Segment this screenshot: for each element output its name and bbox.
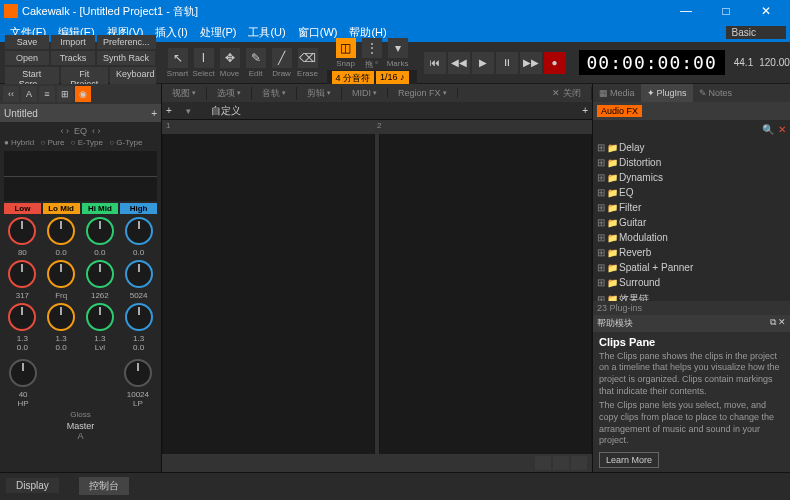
tab-notes[interactable]: ✎ Notes	[693, 84, 739, 102]
eq-mode-etype[interactable]: ○ E-Type	[71, 138, 103, 147]
audiofx-badge[interactable]: Audio FX	[597, 105, 642, 117]
timecode-display[interactable]: 00:00:00:00	[579, 50, 725, 75]
fx-category[interactable]: ⊞📁Filter	[597, 200, 786, 215]
bpm-value[interactable]: 120.00	[759, 57, 790, 68]
add-track-icon[interactable]: +	[151, 108, 157, 119]
fx-category[interactable]: ⊞📁Spatial + Panner	[597, 260, 786, 275]
help-close-icon[interactable]: ✕	[778, 317, 786, 330]
save-button[interactable]: Save	[5, 35, 49, 49]
tab-plugins[interactable]: ✦ PlugIns	[641, 84, 693, 102]
fx-category[interactable]: ⊞📁Delay	[597, 140, 786, 155]
sample-rate[interactable]: 44.1	[734, 57, 753, 68]
snap-toggle[interactable]: ◫Snap	[333, 38, 359, 70]
import-button[interactable]: Import	[51, 35, 95, 49]
fx-category[interactable]: ⊞📁Modulation	[597, 230, 786, 245]
workspace-select[interactable]: Basic	[726, 26, 786, 39]
console-button[interactable]: 控制台	[79, 477, 129, 495]
tool-select[interactable]: ISelect	[191, 48, 217, 78]
fx-category[interactable]: ⊞📁Surround	[597, 275, 786, 290]
gain-knob[interactable]	[8, 217, 36, 245]
menu-tools[interactable]: 工具(U)	[242, 25, 291, 40]
gain-knob[interactable]	[125, 217, 153, 245]
zoom-fit-icon[interactable]	[571, 456, 587, 470]
help-pin-icon[interactable]: ⧉	[770, 317, 776, 330]
splitter[interactable]	[375, 134, 379, 454]
maximize-button[interactable]: □	[706, 4, 746, 18]
freq-knob[interactable]	[8, 260, 36, 288]
track-name[interactable]: Untitled	[4, 108, 38, 119]
record-button[interactable]: ●	[544, 52, 566, 74]
custom-dropdown[interactable]: 自定义	[211, 104, 241, 118]
tool-draw[interactable]: ╱Draw	[269, 48, 295, 78]
add-right-icon[interactable]: +	[582, 105, 588, 116]
tracks-button[interactable]: Tracks	[51, 51, 95, 65]
fx-category[interactable]: ⊞📁Distortion	[597, 155, 786, 170]
open-button[interactable]: Open	[5, 51, 49, 65]
lp-knob[interactable]	[124, 359, 152, 387]
eq-mode-gtype[interactable]: ○ G-Type	[109, 138, 142, 147]
fx-category[interactable]: ⊞📁Dynamics	[597, 170, 786, 185]
help-panel: 帮助模块⧉✕ Clips Pane The Clips pane shows t…	[593, 315, 790, 473]
tab-a[interactable]: A	[21, 86, 37, 102]
menu-process[interactable]: 处理(P)	[194, 25, 243, 40]
zoom-out-icon[interactable]	[535, 456, 551, 470]
tool-edit[interactable]: ✎Edit	[243, 48, 269, 78]
gain-knob[interactable]	[47, 217, 75, 245]
clips-left-pane[interactable]	[163, 134, 374, 454]
eq-mode-hybrid[interactable]: ● Hybrid	[4, 138, 34, 147]
clear-search-icon[interactable]: ✕	[778, 124, 786, 135]
fx-category[interactable]: ⊞📁Reverb	[597, 245, 786, 260]
zoom-in-icon[interactable]	[553, 456, 569, 470]
view-tab[interactable]: 选项 ▾	[207, 87, 252, 100]
tool-erase[interactable]: ⌫Erase	[295, 48, 321, 78]
play-button[interactable]: ▶	[472, 52, 494, 74]
close-tab[interactable]: ✕ 关闭	[542, 87, 592, 100]
display-button[interactable]: Display	[6, 478, 59, 493]
window-title: Cakewalk - [Untitled Project1 - 音轨]	[22, 4, 666, 19]
freq-knob[interactable]	[125, 260, 153, 288]
view-tab[interactable]: 视图 ▾	[162, 87, 207, 100]
q-knob[interactable]	[125, 303, 153, 331]
learn-more-button[interactable]: Learn More	[599, 452, 659, 468]
freq-knob[interactable]	[86, 260, 114, 288]
fx-category[interactable]: ⊞📁Guitar	[597, 215, 786, 230]
tab-list[interactable]: ≡	[39, 86, 55, 102]
view-tab[interactable]: Region FX ▾	[388, 88, 458, 98]
view-tab[interactable]: 剪辑 ▾	[297, 87, 342, 100]
snap-to[interactable]: ⋮拖 °	[359, 38, 385, 70]
q-knob[interactable]	[8, 303, 36, 331]
minimize-button[interactable]: —	[666, 4, 706, 18]
nav-left[interactable]: ‹‹	[3, 86, 19, 102]
fx-category[interactable]: ⊞📁EQ	[597, 185, 786, 200]
q-knob[interactable]	[86, 303, 114, 331]
preferences-button[interactable]: Preferenc...	[97, 35, 156, 49]
eq-modes: ● Hybrid ○ Pure ○ E-Type ○ G-Type	[4, 136, 157, 149]
clips-right-pane[interactable]	[380, 134, 591, 454]
tool-move[interactable]: ✥Move	[217, 48, 243, 78]
q-knob[interactable]	[47, 303, 75, 331]
search-icon[interactable]: 🔍	[762, 124, 774, 135]
pause-button[interactable]: ⏸	[496, 52, 518, 74]
rewind-button[interactable]: ⏮	[424, 52, 446, 74]
eq-mode-pure[interactable]: ○ Pure	[40, 138, 64, 147]
eq-graph[interactable]	[4, 151, 157, 201]
marks-button[interactable]: ▾Marks	[385, 38, 411, 70]
forward-button[interactable]: ▶▶	[520, 52, 542, 74]
back-button[interactable]: ◀◀	[448, 52, 470, 74]
fx-category[interactable]: ⊞📁效果链	[597, 290, 786, 301]
hp-knob[interactable]	[9, 359, 37, 387]
view-tab[interactable]: MIDI ▾	[342, 88, 388, 98]
synth-rack-button[interactable]: Synth Rack	[97, 51, 155, 65]
gain-knob[interactable]	[86, 217, 114, 245]
eq-band-high: High0.050241.30.0	[120, 203, 157, 352]
timeline-ruler[interactable]: 1 2	[162, 120, 592, 134]
track-area[interactable]	[162, 134, 592, 454]
add-clip-icon[interactable]: +	[166, 105, 180, 116]
close-button[interactable]: ✕	[746, 4, 786, 18]
tab-grid[interactable]: ⊞	[57, 86, 73, 102]
tab-media[interactable]: ▦ Media	[593, 84, 641, 102]
tool-smart[interactable]: ↖Smart	[165, 48, 191, 78]
view-tab[interactable]: 音轨 ▾	[252, 87, 297, 100]
freq-knob[interactable]	[47, 260, 75, 288]
tab-eq[interactable]: ◉	[75, 86, 91, 102]
